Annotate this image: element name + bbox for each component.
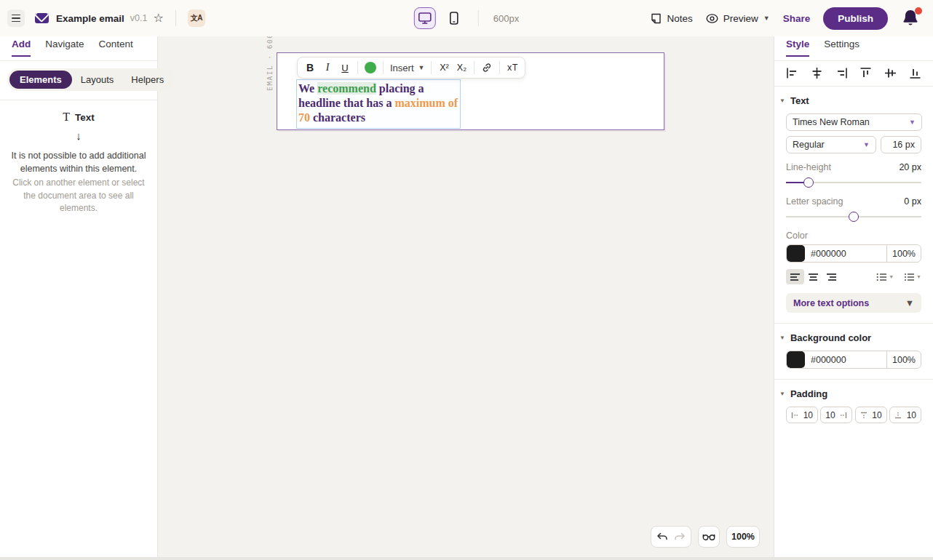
headline-segment: We: [298, 82, 317, 95]
pill-helpers[interactable]: Helpers: [122, 71, 172, 89]
device-toggle: 600px: [414, 0, 519, 36]
preview-button[interactable]: Preview ▼: [706, 13, 770, 24]
align-bottom-icon[interactable]: [909, 67, 921, 79]
padding-left-input[interactable]: 10: [786, 407, 818, 423]
padding-bottom-input[interactable]: 10: [889, 407, 921, 423]
left-sidebar-tabs: Add Navigate Content: [0, 36, 157, 61]
text-align-center-button[interactable]: [804, 269, 822, 284]
link-button[interactable]: [478, 59, 496, 76]
font-weight-select[interactable]: Regular ▼: [786, 136, 876, 153]
line-height-slider[interactable]: [786, 177, 921, 188]
letter-spacing-slider[interactable]: [786, 212, 921, 222]
chevron-down-icon: ▼: [418, 64, 425, 71]
padding-section: ▼ Padding 10 10: [774, 379, 933, 433]
bullet-list-button[interactable]: ▼: [876, 273, 894, 281]
color-swatch[interactable]: [787, 245, 805, 262]
document-title: Example email: [56, 13, 124, 24]
padding-inputs: 10 10 10: [786, 407, 921, 423]
color-opacity-input[interactable]: 100%: [886, 351, 921, 368]
padding-right-input[interactable]: 10: [820, 407, 852, 423]
divider: [357, 61, 358, 74]
link-icon: [482, 63, 492, 73]
text-align-left-button[interactable]: [786, 269, 804, 284]
undo-icon[interactable]: [656, 532, 668, 542]
padding-top-input[interactable]: 10: [855, 407, 887, 423]
align-left-icon[interactable]: [786, 67, 798, 79]
more-text-options-button[interactable]: More text options ▼: [786, 293, 921, 313]
desktop-view-button[interactable]: [414, 7, 436, 29]
topbar: Example email v0.1 ☆ 文A 600px: [0, 0, 933, 36]
underline-button[interactable]: U: [336, 59, 354, 76]
padding-right-icon: [840, 412, 847, 419]
right-sidebar: Style Settings: [774, 36, 933, 560]
clear-formatting-button[interactable]: xT: [504, 59, 521, 76]
text-element[interactable]: We recommend placing a headline that has…: [296, 79, 461, 129]
pill-elements[interactable]: Elements: [9, 71, 72, 89]
subscript-button[interactable]: X₂: [453, 59, 470, 76]
tab-settings[interactable]: Settings: [824, 36, 859, 55]
padding-left-icon: [791, 412, 798, 419]
padding-top-icon: [860, 412, 868, 419]
fit-view-button[interactable]: [698, 526, 720, 548]
color-hex-input[interactable]: #000000: [805, 249, 886, 259]
text-align-right-button[interactable]: [822, 269, 841, 284]
font-family-select[interactable]: Times New Roman ▼: [786, 113, 922, 131]
translate-icon[interactable]: 文A: [188, 9, 205, 27]
background-color-input-group: #000000 100%: [786, 351, 921, 369]
text-section-header[interactable]: ▼ Text: [779, 95, 921, 106]
glasses-icon: [702, 532, 715, 541]
bold-button[interactable]: B: [301, 59, 319, 76]
align-right-icon[interactable]: [835, 67, 848, 79]
divider: [383, 61, 384, 74]
zoom-level-button[interactable]: 100%: [726, 526, 760, 548]
color-swatch[interactable]: [787, 351, 805, 368]
tab-style[interactable]: Style: [786, 36, 809, 57]
menu-button[interactable]: [7, 9, 25, 27]
padding-section-header[interactable]: ▼ Padding: [779, 388, 921, 399]
superscript-button[interactable]: X²: [435, 59, 453, 76]
block-alignment-row: [774, 61, 933, 87]
text-element-icon: T: [63, 111, 70, 124]
horizontal-scrollbar[interactable]: [0, 557, 933, 560]
italic-button[interactable]: I: [319, 59, 336, 76]
ordered-list-icon: [904, 273, 915, 281]
notifications-bell-icon[interactable]: [901, 8, 921, 28]
align-middle-vertical-icon[interactable]: [884, 67, 897, 79]
background-section-header[interactable]: ▼ Background color: [779, 332, 921, 343]
pill-layouts[interactable]: Layouts: [72, 71, 123, 89]
publish-button[interactable]: Publish: [823, 7, 888, 30]
mobile-view-button[interactable]: [443, 7, 465, 29]
color-opacity-input[interactable]: 100%: [886, 245, 921, 262]
bullet-list-icon: [876, 273, 887, 281]
text-color-button[interactable]: [362, 59, 379, 76]
letter-spacing-value: 0 px: [904, 196, 921, 207]
ordered-list-button[interactable]: ▼: [904, 273, 921, 281]
notes-button[interactable]: Notes: [651, 13, 692, 24]
tab-navigate[interactable]: Navigate: [45, 36, 84, 55]
topbar-right: Notes Preview ▼ Share Publish: [651, 0, 933, 36]
color-hex-input[interactable]: #000000: [805, 355, 886, 365]
email-canvas[interactable]: B I U Insert ▼ X² X₂: [277, 52, 664, 130]
share-button[interactable]: Share: [783, 13, 811, 24]
selected-element-label: Text: [75, 112, 95, 123]
align-center-horizontal-icon[interactable]: [811, 67, 823, 79]
slider-handle[interactable]: [803, 177, 814, 188]
canvas-work-area[interactable]: EMAIL · 600 PX B I U Insert ▼ X² X₂: [158, 36, 774, 560]
document-version: v0.1: [130, 13, 148, 23]
favorite-star-icon[interactable]: ☆: [153, 12, 163, 24]
chevron-down-icon: ▼: [889, 274, 894, 279]
tab-add[interactable]: Add: [12, 36, 31, 57]
divider: [175, 10, 176, 26]
divider: [499, 61, 500, 74]
tab-content[interactable]: Content: [99, 36, 133, 55]
redo-icon[interactable]: [674, 532, 686, 542]
font-size-input[interactable]: 16 px: [881, 136, 921, 153]
topbar-left: Example email v0.1 ☆ 文A: [0, 9, 205, 27]
monitor-icon: [418, 12, 432, 24]
insert-dropdown[interactable]: Insert ▼: [387, 59, 427, 76]
text-align-row: ▼ ▼: [786, 269, 921, 284]
slider-handle[interactable]: [849, 212, 859, 222]
align-top-icon[interactable]: [859, 67, 872, 79]
arrow-down-icon: ↓: [10, 129, 147, 142]
text-color-swatch: [365, 62, 376, 73]
